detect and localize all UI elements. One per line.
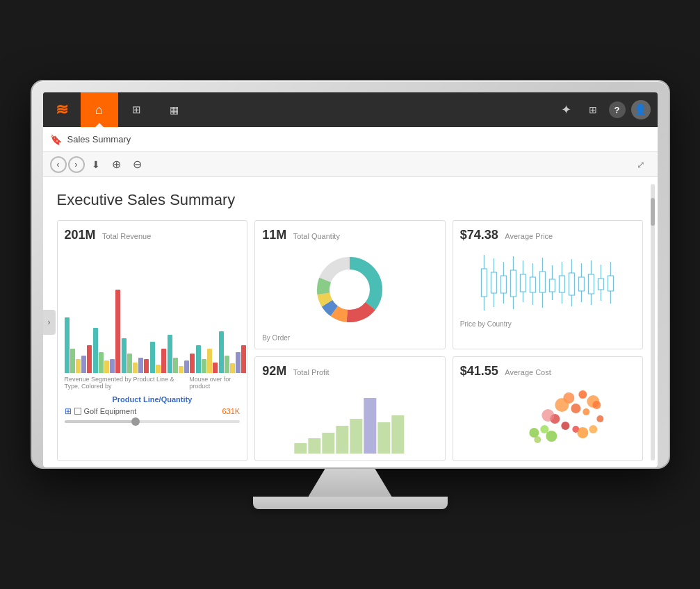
svg-rect-15: [510, 270, 516, 297]
slider-thumb[interactable]: [131, 417, 140, 426]
svg-rect-23: [549, 279, 555, 292]
svg-rect-31: [588, 274, 594, 294]
svg-point-52: [529, 428, 539, 438]
bar-purple-5: [184, 360, 189, 373]
widget-header-quantity: 11M Total Quantity: [262, 228, 438, 242]
user-icon[interactable]: 👤: [631, 100, 651, 119]
topbar-nav: ⌂ ⊞ ▦: [81, 92, 193, 127]
widget-total-quantity: 11M Total Quantity: [254, 220, 446, 349]
svg-rect-36: [294, 443, 307, 454]
nav-item-book[interactable]: ▦: [156, 92, 193, 127]
svg-rect-42: [377, 422, 390, 454]
label-price: Average Price: [505, 232, 553, 240]
area-chart: [262, 384, 438, 454]
logo-icon: ≋: [56, 101, 68, 119]
chart-legend: Product Line/Quantity ⊞ Golf Equipment 6…: [65, 395, 241, 416]
candlestick-footer: Price by Country: [460, 320, 636, 328]
widget-total-profit: 92M Total Profit: [254, 356, 446, 461]
home-icon: ⌂: [95, 103, 103, 117]
svg-point-59: [542, 409, 554, 422]
bar-group-1: [65, 317, 92, 373]
donut-chart-container: [262, 248, 438, 331]
download-button[interactable]: ⬇: [86, 155, 106, 174]
chart-label-right: Mouse over for product: [189, 376, 240, 390]
forward-button[interactable]: ›: [68, 156, 85, 173]
svg-rect-33: [598, 279, 603, 290]
bar-yellow-7: [230, 363, 235, 373]
sidebar-arrow[interactable]: ›: [43, 310, 56, 335]
donut-footer: By Order: [262, 334, 438, 342]
bar-group-4: [150, 342, 166, 373]
scrollbar-track[interactable]: [651, 184, 655, 461]
nav-item-home[interactable]: ⌂: [81, 92, 118, 127]
metric-price: $74.38: [460, 228, 498, 242]
widget-average-price: $74.38 Average Price: [453, 220, 644, 349]
monitor-bezel: ≋ ⌂ ⊞ ▦ ✦ ⊞: [31, 80, 670, 469]
back-button[interactable]: ‹: [50, 156, 67, 173]
slider-track[interactable]: [65, 420, 241, 423]
metric-quantity: 11M: [262, 228, 286, 242]
bar-teal-1: [65, 317, 70, 373]
report-title: Executive Sales Summary: [57, 191, 644, 209]
sparkle-icon[interactable]: ✦: [556, 99, 577, 120]
svg-rect-41: [364, 398, 376, 454]
toolbar: ‹ › ⬇ ⊕ ⊖ ⤢: [43, 152, 658, 177]
zoom-in-button[interactable]: ⊕: [107, 155, 127, 174]
svg-rect-38: [322, 433, 334, 454]
metric-revenue: 201M: [65, 228, 96, 242]
book-icon: ▦: [170, 104, 179, 115]
legend-value-golf: 631K: [222, 407, 240, 415]
legend-swatch-golf: [74, 408, 81, 415]
monitor-stand-neck: [309, 469, 392, 497]
help-icon[interactable]: ?: [609, 101, 626, 118]
scrollbar-thumb[interactable]: [651, 198, 655, 226]
bar-group-7: [219, 331, 246, 373]
svg-rect-19: [530, 277, 535, 292]
bar-yellow-2: [104, 360, 109, 373]
bar-purple-3: [138, 358, 143, 373]
bar-purple-1: [81, 356, 86, 373]
widget-header-revenue: 201M Total Revenue: [65, 228, 241, 242]
svg-rect-27: [569, 273, 574, 295]
svg-point-45: [578, 390, 587, 399]
label-profit: Total Profit: [293, 368, 329, 376]
main-content: › Executive Sales Summary 201M Total Rev…: [43, 177, 658, 467]
bar-red-2: [115, 290, 120, 373]
bar-red-7: [241, 345, 246, 373]
bar-green-6: [202, 359, 206, 373]
bar-green-5: [173, 358, 178, 373]
metric-cost: $41.55: [460, 364, 498, 378]
bar-group-6: [196, 345, 218, 373]
bar-red-1: [87, 345, 92, 373]
svg-point-48: [583, 408, 589, 415]
widget-total-revenue: 201M Total Revenue: [57, 220, 248, 461]
chart-label-left: Revenue Segmented by Product Line & Type…: [65, 376, 190, 390]
monitor-wrapper: ≋ ⌂ ⊞ ▦ ✦ ⊞: [31, 80, 670, 509]
area-chart-svg: [262, 384, 438, 454]
keyboard-icon[interactable]: ⊞: [583, 99, 603, 120]
bar-chart-revenue: [65, 248, 241, 373]
svg-rect-40: [350, 419, 362, 454]
svg-rect-37: [308, 438, 320, 454]
bar-red-6: [213, 363, 218, 373]
nav-item-tree[interactable]: ⊞: [118, 92, 156, 127]
widget-header-cost: $41.55 Average Cost: [460, 364, 636, 379]
breadcrumb-text: Sales Summary: [67, 134, 131, 144]
bar-red-4: [161, 349, 166, 373]
toolbar-right: ⤢: [631, 155, 651, 174]
bar-group-5: [168, 335, 195, 373]
monitor-stand-base: [253, 497, 448, 509]
svg-point-7: [332, 272, 368, 308]
bar-teal-7: [219, 331, 224, 373]
svg-rect-9: [481, 269, 487, 297]
svg-point-57: [561, 422, 569, 430]
expand-button[interactable]: ⤢: [631, 155, 651, 174]
label-quantity: Total Quantity: [293, 232, 340, 240]
svg-point-47: [571, 404, 580, 413]
app-logo[interactable]: ≋: [43, 92, 81, 127]
svg-point-55: [534, 436, 541, 443]
bar-yellow-1: [76, 359, 81, 373]
legend-name-golf: Golf Equipment: [84, 407, 137, 415]
zoom-out-button[interactable]: ⊖: [128, 155, 147, 174]
widget-header-profit: 92M Total Profit: [262, 364, 438, 379]
